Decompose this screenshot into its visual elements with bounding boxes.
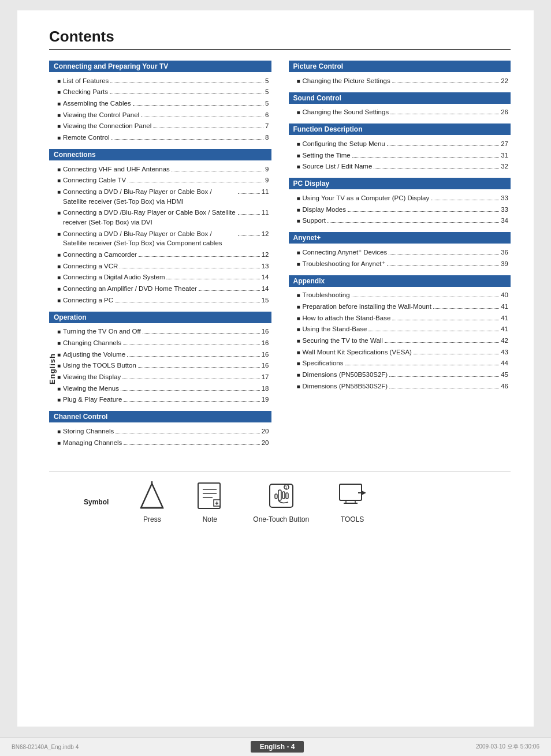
page-number: 34 bbox=[501, 216, 508, 226]
toc-item-text: Using the Stand-Base bbox=[303, 324, 367, 334]
bullet-icon: ■ bbox=[297, 337, 300, 346]
page-number: 39 bbox=[501, 259, 508, 269]
bullet-icon: ■ bbox=[57, 328, 61, 336]
page-number: 41 bbox=[501, 324, 508, 334]
toc-item-text: Viewing the Display bbox=[63, 372, 121, 382]
toc-item: ■Using Your TV as a Computer (PC) Displa… bbox=[289, 192, 511, 204]
toc-item: ■Using the TOOLS Button16 bbox=[49, 360, 271, 372]
bullet-icon: ■ bbox=[297, 163, 300, 171]
one-touch-symbol: 1 One-Touch Button bbox=[253, 481, 309, 523]
side-label: English bbox=[48, 334, 57, 403]
toc-item: ■Dimensions (PN50B530S2F)45 bbox=[289, 369, 511, 380]
toc-item: ■Changing the Picture Settings22 bbox=[289, 75, 511, 87]
svg-rect-11 bbox=[275, 494, 277, 499]
section-header: Connecting and Preparing Your TV bbox=[49, 61, 271, 72]
toc-item-text: Troubleshooting bbox=[303, 290, 350, 300]
symbol-label: Symbol bbox=[84, 498, 109, 506]
bullet-icon: ■ bbox=[57, 396, 61, 405]
dot-leader bbox=[238, 193, 260, 194]
dot-leader bbox=[374, 168, 499, 169]
page-number: 17 bbox=[262, 372, 269, 382]
bullet-icon: ■ bbox=[57, 77, 61, 86]
toc-item: ■Connecting a Camcorder12 bbox=[49, 249, 271, 260]
bullet-icon: ■ bbox=[57, 188, 61, 197]
tools-icon bbox=[338, 481, 367, 512]
dot-leader bbox=[385, 342, 499, 343]
page-number: 27 bbox=[501, 139, 508, 149]
section-header: Sound Control bbox=[289, 92, 511, 104]
toc-item-text: Connecting Anynet⁺ Devices bbox=[303, 248, 388, 257]
dot-leader bbox=[345, 365, 500, 365]
toc-item-text: Assembling the Cables bbox=[63, 99, 131, 108]
page-number: 26 bbox=[501, 107, 508, 117]
footer-right: 2009-03-10 오후 5:30:06 bbox=[476, 743, 539, 751]
note-symbol: Note bbox=[195, 481, 224, 523]
toc-item-text: Remote Control bbox=[63, 133, 110, 143]
svg-rect-8 bbox=[278, 490, 281, 500]
dot-leader bbox=[327, 222, 499, 223]
page-number: 5 bbox=[265, 99, 269, 108]
page-number: 5 bbox=[265, 87, 269, 97]
toc-item: ■Configuring the Setup Menu27 bbox=[289, 138, 511, 149]
page-number: 16 bbox=[262, 350, 269, 360]
section-header: Operation bbox=[49, 312, 271, 323]
toc-item-text: Connecting an Amplifier / DVD Home Theat… bbox=[63, 284, 197, 294]
bullet-icon: ■ bbox=[297, 77, 300, 86]
page-number: 5 bbox=[265, 76, 269, 86]
dot-leader bbox=[392, 320, 499, 320]
svg-text:1: 1 bbox=[285, 485, 288, 490]
footer-center: English - 4 bbox=[251, 741, 304, 753]
toc-item: ■Changing Channels16 bbox=[49, 337, 271, 349]
toc-item-text: Display Modes bbox=[303, 205, 346, 215]
toc-item: ■Setting the Time31 bbox=[289, 149, 511, 161]
toc-item: ■Viewing the Display17 bbox=[49, 371, 271, 383]
toc-item: ■Storing Channels20 bbox=[49, 425, 271, 437]
dot-leader bbox=[110, 83, 263, 83]
bullet-icon: ■ bbox=[297, 217, 300, 226]
toc-item-text: Connecting a PC bbox=[63, 295, 113, 305]
toc-item: ■Plug & Play Feature19 bbox=[49, 394, 271, 406]
bullet-icon: ■ bbox=[297, 383, 300, 391]
dot-leader bbox=[116, 433, 259, 433]
toc-item: ■Connecting a PC15 bbox=[49, 294, 271, 306]
bullet-icon: ■ bbox=[297, 152, 300, 160]
bullet-icon: ■ bbox=[57, 251, 61, 260]
dot-leader bbox=[390, 114, 499, 114]
page-number: 43 bbox=[501, 347, 508, 357]
page-number: 15 bbox=[262, 295, 269, 305]
toc-item-text: Turning the TV On and Off bbox=[63, 327, 141, 336]
bullet-icon: ■ bbox=[57, 373, 61, 382]
page-number: 33 bbox=[501, 205, 508, 215]
dot-leader bbox=[238, 235, 260, 236]
toc-item: ■Source List / Edit Name32 bbox=[289, 161, 511, 173]
bullet-icon: ■ bbox=[57, 100, 61, 108]
note-caption: Note bbox=[203, 515, 217, 523]
footer-left: BN68-02140A_Eng.indb 4 bbox=[12, 744, 79, 750]
dot-leader bbox=[141, 117, 263, 117]
note-icon bbox=[195, 481, 224, 512]
toc-item-text: Adjusting the Volume bbox=[63, 350, 125, 360]
toc-item-text: Storing Channels bbox=[63, 426, 114, 436]
toc-item: ■Managing Channels20 bbox=[49, 437, 271, 448]
bullet-icon: ■ bbox=[57, 351, 61, 360]
bullet-icon: ■ bbox=[57, 385, 61, 394]
page-title: Contents bbox=[49, 28, 511, 50]
toc-item-text: Setting the Time bbox=[303, 151, 351, 160]
bullet-icon: ■ bbox=[57, 134, 61, 143]
page-number: 20 bbox=[262, 426, 269, 436]
page-number: 20 bbox=[262, 438, 269, 448]
toc-item-text: Dimensions (PN58B530S2F) bbox=[303, 381, 388, 391]
dot-leader bbox=[352, 297, 500, 297]
page-number: 14 bbox=[262, 284, 269, 294]
dot-leader bbox=[124, 401, 259, 402]
toc-item: ■Securing the TV to the Wall42 bbox=[289, 335, 511, 346]
bullet-icon: ■ bbox=[297, 249, 300, 257]
toc-item-text: List of Features bbox=[63, 76, 109, 86]
toc-item: ■List of Features5 bbox=[49, 75, 271, 87]
toc-item: ■Connecting a DVD /Blu-Ray Player or Cab… bbox=[49, 207, 271, 228]
dot-leader bbox=[389, 376, 499, 377]
dot-leader bbox=[124, 444, 259, 445]
bullet-icon: ■ bbox=[57, 362, 61, 370]
tools-caption: TOOLS bbox=[341, 515, 364, 523]
svg-marker-18 bbox=[362, 491, 366, 495]
